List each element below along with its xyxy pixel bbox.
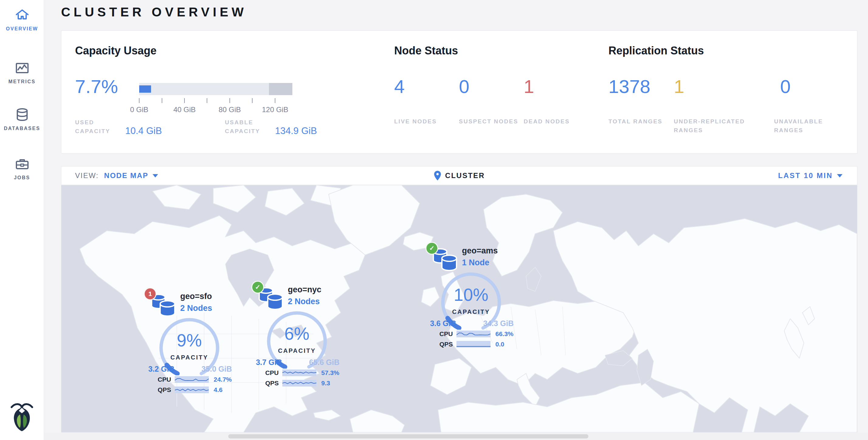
gauge-total-value: 65.6 GiB bbox=[309, 358, 339, 367]
cpu-label: CPU bbox=[149, 376, 171, 383]
node-count-label[interactable]: 2 Nodes bbox=[288, 297, 321, 306]
dead-nodes-value: 1 bbox=[524, 76, 588, 97]
node-locality-label: geo=sfo bbox=[180, 292, 212, 301]
capacity-bar-used bbox=[139, 85, 151, 93]
qps-sparkline bbox=[457, 341, 491, 348]
capacity-ticks: 0 GiB40 GiB80 GiB120 GiB bbox=[139, 98, 292, 116]
map-node-geo-ams[interactable]: ✓ geo=ams 1 Node 10% bbox=[426, 243, 517, 352]
chevron-down-icon[interactable] bbox=[153, 174, 158, 178]
usable-capacity-block: USABLE CAPACITY 134.9 GiB bbox=[225, 118, 317, 136]
qps-sparkline bbox=[175, 386, 209, 393]
section-heading: Capacity Usage bbox=[75, 44, 157, 57]
node-count-label[interactable]: 1 Node bbox=[462, 258, 498, 268]
cpu-value: 66.3% bbox=[495, 330, 514, 338]
qps-sparkline bbox=[282, 380, 316, 386]
sidebar-item-label: DATABASES bbox=[0, 126, 44, 131]
tick-mark bbox=[207, 98, 207, 103]
tick-mark bbox=[252, 98, 253, 103]
capacity-gauge: 6% CAPACITY 3.7 GiB 65.6 GiB bbox=[251, 311, 343, 369]
sidebar-item-label: JOBS bbox=[0, 175, 44, 181]
scrollbar-thumb[interactable] bbox=[228, 434, 588, 438]
tick-label: 0 GiB bbox=[130, 105, 148, 114]
node-map-card: VIEW: NODE MAP CLUSTER LAST 10 MIN bbox=[61, 166, 857, 432]
sidebar-item-metrics[interactable]: METRICS bbox=[0, 60, 44, 85]
tick-mark bbox=[184, 98, 185, 103]
cpu-label: CPU bbox=[257, 369, 279, 376]
map-node-geo-nyc[interactable]: ✓ geo=nyc 2 Nodes 6% bbox=[251, 282, 343, 391]
sidebar-item-jobs[interactable]: JOBS bbox=[0, 156, 44, 181]
under-replicated-ranges-label: UNDER-REPLICATED RANGES bbox=[674, 117, 774, 135]
dead-nodes-label: DEAD NODES bbox=[524, 117, 588, 126]
tick-label: 80 GiB bbox=[219, 105, 241, 114]
view-mode-dropdown[interactable]: NODE MAP bbox=[104, 171, 148, 180]
cpu-sparkline bbox=[457, 331, 491, 337]
qps-label: QPS bbox=[257, 380, 279, 387]
tick-mark bbox=[229, 98, 230, 103]
suspect-nodes-label: SUSPECT NODES bbox=[459, 117, 524, 126]
usable-capacity-label: USABLE CAPACITY bbox=[225, 118, 275, 135]
gauge-total-value: 35.0 GiB bbox=[202, 365, 232, 373]
databases-icon bbox=[14, 107, 30, 123]
under-replicated-ranges-value: 1 bbox=[674, 76, 780, 97]
qps-value: 9.3 bbox=[321, 380, 330, 387]
main-content: CLUSTER OVERVIEW Capacity Usage 7.7% 0 G… bbox=[44, 0, 868, 440]
gauge-used-value: 3.7 GiB bbox=[256, 358, 282, 367]
live-nodes-value: 4 bbox=[394, 76, 459, 97]
gauge-used-value: 3.2 GiB bbox=[148, 365, 175, 373]
time-range-value: LAST 10 MIN bbox=[778, 171, 833, 180]
live-nodes-label: LIVE NODES bbox=[394, 117, 459, 126]
total-ranges-label: TOTAL RANGES bbox=[609, 117, 674, 135]
world-map: 1 geo=sfo 2 Nodes 9% bbox=[61, 185, 857, 432]
node-status-badge: 1 bbox=[144, 287, 157, 300]
qps-label: QPS bbox=[149, 386, 171, 394]
sidebar-item-overview[interactable]: OVERVIEW bbox=[0, 7, 44, 32]
page-title: CLUSTER OVERVIEW bbox=[61, 5, 247, 20]
gauge-used-value: 3.6 GiB bbox=[430, 319, 456, 327]
node-count-label[interactable]: 2 Nodes bbox=[180, 304, 212, 313]
sidebar-item-label: METRICS bbox=[0, 79, 44, 85]
sidebar: OVERVIEW METRICS DATABASES JOBS bbox=[0, 0, 44, 440]
cockroachdb-logo[interactable] bbox=[7, 401, 36, 433]
capacity-percent: 7.7% bbox=[75, 76, 118, 97]
horizontal-scrollbar bbox=[44, 433, 868, 440]
sidebar-item-label: OVERVIEW bbox=[0, 26, 44, 32]
capacity-bar-reserved bbox=[269, 83, 292, 95]
node-status-badge: ✓ bbox=[251, 281, 264, 293]
sidebar-item-databases[interactable]: DATABASES bbox=[0, 107, 44, 131]
node-status-section: Node Status 4 0 1 LIVE NODES SUSPECT NOD… bbox=[394, 31, 604, 153]
node-locality-label: geo=nyc bbox=[288, 285, 321, 294]
suspect-nodes-value: 0 bbox=[459, 76, 524, 97]
qps-value: 4.6 bbox=[214, 386, 222, 394]
section-heading: Replication Status bbox=[609, 44, 704, 57]
tick-label: 120 GiB bbox=[262, 105, 288, 114]
section-heading: Node Status bbox=[394, 44, 458, 57]
gauge-percent: 9% bbox=[177, 331, 202, 350]
cluster-summary-card: Capacity Usage 7.7% 0 GiB40 GiB80 GiB120… bbox=[61, 30, 857, 153]
replication-status-section: Replication Status 1378 1 0 TOTAL RANGES… bbox=[609, 31, 855, 153]
tick-mark bbox=[275, 98, 275, 103]
used-capacity-label: USED CAPACITY bbox=[75, 118, 125, 135]
capacity-bar bbox=[139, 83, 292, 95]
chevron-down-icon bbox=[837, 174, 842, 178]
gauge-total-value: 34.3 GiB bbox=[483, 319, 514, 327]
qps-value: 0.0 bbox=[495, 341, 504, 348]
gauge-capacity-label: CAPACITY bbox=[278, 347, 316, 354]
unavailable-ranges-label: UNAVAILABLE RANGES bbox=[774, 117, 839, 135]
locality-breadcrumb[interactable]: CLUSTER bbox=[445, 171, 485, 180]
capacity-gauge: 10% CAPACITY 3.6 GiB 34.3 GiB bbox=[426, 272, 517, 330]
used-capacity-block: USED CAPACITY 10.4 GiB bbox=[75, 118, 162, 136]
map-node-geo-sfo[interactable]: 1 geo=sfo 2 Nodes 9% bbox=[144, 289, 235, 398]
time-range-dropdown[interactable]: LAST 10 MIN bbox=[778, 166, 842, 185]
gauge-capacity-label: CAPACITY bbox=[170, 354, 209, 361]
tick-mark bbox=[162, 98, 162, 103]
tick-label: 40 GiB bbox=[173, 105, 195, 114]
view-label: VIEW: bbox=[75, 171, 99, 180]
gauge-capacity-label: CAPACITY bbox=[452, 308, 490, 315]
location-pin-icon bbox=[434, 170, 442, 181]
cpu-value: 57.3% bbox=[321, 369, 339, 376]
used-capacity-value: 10.4 GiB bbox=[125, 125, 162, 136]
capacity-gauge: 9% CAPACITY 3.2 GiB 35.0 GiB bbox=[144, 318, 235, 375]
cpu-value: 24.7% bbox=[214, 376, 232, 383]
unavailable-ranges-value: 0 bbox=[780, 76, 845, 97]
metrics-icon bbox=[14, 60, 30, 76]
